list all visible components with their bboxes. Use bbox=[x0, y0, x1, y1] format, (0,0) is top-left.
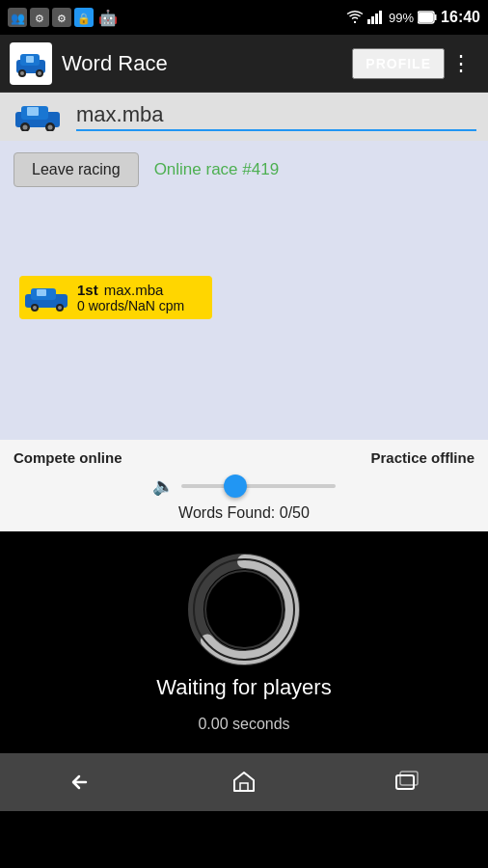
settings-icon2: ⚙ bbox=[52, 8, 71, 27]
speaker-icon: 🔈 bbox=[152, 475, 174, 497]
app-title: Word Race bbox=[62, 51, 352, 76]
signal-icon bbox=[367, 10, 385, 25]
svg-rect-14 bbox=[435, 14, 437, 20]
player-name: max.mba bbox=[104, 282, 164, 298]
svg-rect-36 bbox=[37, 289, 46, 296]
recent-button[interactable] bbox=[384, 763, 430, 801]
waiting-text: Waiting for players bbox=[156, 675, 331, 700]
svg-rect-15 bbox=[419, 13, 433, 22]
online-race-label: Online race #419 bbox=[154, 160, 279, 179]
svg-rect-29 bbox=[27, 107, 39, 116]
svg-rect-10 bbox=[371, 16, 374, 24]
status-bar: 👥 ⚙ ⚙ 🔒 🤖 bbox=[0, 0, 488, 35]
svg-text:⚙: ⚙ bbox=[35, 13, 44, 24]
ring-container bbox=[186, 552, 302, 667]
settings-icon1: ⚙ bbox=[30, 8, 49, 27]
seconds-text: 0.00 seconds bbox=[198, 716, 289, 733]
svg-rect-12 bbox=[379, 11, 382, 24]
slider-row: 🔈 bbox=[14, 475, 474, 497]
svg-rect-43 bbox=[400, 772, 418, 785]
app-car-icon bbox=[13, 48, 49, 79]
svg-text:🔒: 🔒 bbox=[77, 12, 91, 25]
back-icon bbox=[67, 770, 95, 795]
nav-bar bbox=[0, 753, 488, 811]
player-card: 1st max.mba 0 words/NaN cpm bbox=[19, 276, 212, 319]
svg-text:⚙: ⚙ bbox=[57, 13, 67, 24]
svg-point-26 bbox=[23, 125, 28, 130]
svg-point-21 bbox=[38, 71, 41, 75]
race-controls: Leave racing Online race #419 bbox=[0, 141, 488, 199]
player-stats: 0 words/NaN cpm bbox=[77, 298, 203, 313]
wifi-icon bbox=[346, 10, 364, 25]
app-icon bbox=[10, 42, 52, 85]
svg-rect-9 bbox=[367, 19, 370, 24]
player-car-icon bbox=[23, 285, 71, 312]
status-icons-right: 99% 16:40 bbox=[346, 9, 480, 26]
app-bar: Word Race PROFILE ⋮ bbox=[0, 35, 488, 93]
svg-rect-11 bbox=[375, 14, 378, 24]
status-icons-left: 👥 ⚙ ⚙ 🔒 🤖 bbox=[8, 8, 118, 27]
race-track: 1st max.mba 0 words/NaN cpm bbox=[0, 199, 488, 392]
svg-rect-42 bbox=[396, 775, 414, 789]
compete-row: Compete online Practice offline bbox=[14, 449, 474, 466]
svg-point-40 bbox=[194, 559, 294, 660]
username-bar bbox=[0, 93, 488, 141]
waiting-area: Waiting for players 0.00 seconds bbox=[0, 531, 488, 753]
lock-icon: 🔒 bbox=[74, 8, 94, 27]
username-input[interactable] bbox=[76, 102, 476, 131]
svg-text:👥: 👥 bbox=[11, 11, 25, 25]
battery-level: 99% bbox=[389, 11, 414, 25]
people-icon: 👥 bbox=[8, 8, 27, 27]
svg-rect-22 bbox=[26, 56, 34, 63]
svg-point-33 bbox=[33, 306, 37, 310]
svg-point-19 bbox=[20, 71, 24, 75]
player-position: 1st bbox=[77, 282, 98, 298]
battery-icon bbox=[418, 11, 437, 24]
username-car-icon bbox=[12, 102, 65, 131]
slider-track[interactable] bbox=[181, 484, 336, 488]
practice-offline-label: Practice offline bbox=[370, 449, 474, 466]
svg-point-39 bbox=[205, 571, 283, 648]
time-display: 16:40 bbox=[441, 9, 480, 26]
svg-point-35 bbox=[58, 306, 62, 310]
home-button[interactable] bbox=[221, 763, 267, 801]
race-area: Leave racing Online race #419 1st max.mb… bbox=[0, 141, 488, 440]
svg-point-28 bbox=[48, 125, 53, 130]
home-icon bbox=[230, 770, 258, 795]
loading-ring-icon bbox=[186, 552, 302, 667]
leave-racing-button[interactable]: Leave racing bbox=[14, 152, 139, 187]
back-button[interactable] bbox=[58, 763, 104, 801]
svg-rect-41 bbox=[240, 783, 248, 791]
recent-apps-icon bbox=[393, 770, 420, 795]
svg-text:🤖: 🤖 bbox=[98, 9, 118, 27]
more-options-button[interactable]: ⋮ bbox=[445, 45, 478, 82]
profile-button[interactable]: PROFILE bbox=[352, 48, 445, 79]
words-found-label: Words Found: 0/50 bbox=[14, 504, 474, 522]
slider-thumb[interactable] bbox=[224, 475, 247, 498]
bottom-controls: Compete online Practice offline 🔈 Words … bbox=[0, 440, 488, 531]
compete-online-label: Compete online bbox=[14, 449, 122, 466]
android-icon: 🤖 bbox=[96, 8, 118, 27]
